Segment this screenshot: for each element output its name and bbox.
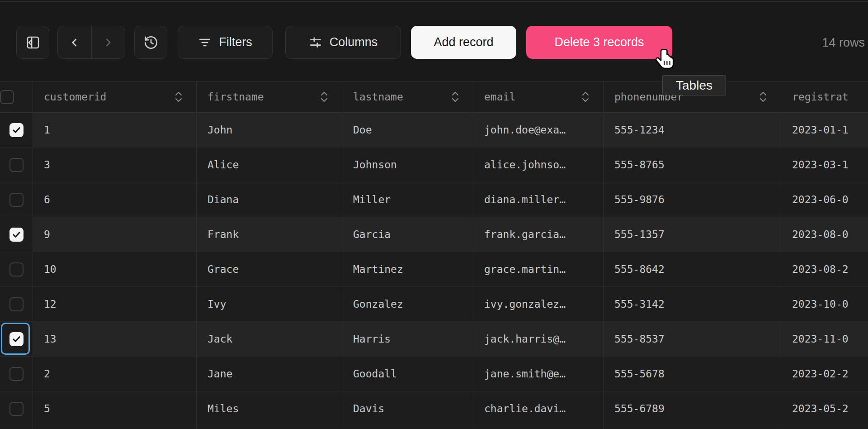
cell-registrationdate[interactable]: 2023-01-1 (781, 113, 868, 148)
cell-registrationdate[interactable]: 2023-11-0 (781, 322, 868, 357)
cell-customerid[interactable]: 6 (33, 182, 197, 217)
sort-icon[interactable] (319, 90, 329, 104)
cell-value: Diana (208, 194, 239, 205)
row-select-cell[interactable] (0, 182, 33, 217)
cell-email[interactable]: alice.johnso… (473, 148, 604, 182)
select-all-header-cell[interactable] (0, 81, 33, 113)
sort-icon[interactable] (758, 90, 768, 104)
cell-phonenumber[interactable]: 555-8537 (604, 322, 781, 357)
cell-value: jack.harris@… (484, 333, 566, 345)
row-select-cell[interactable] (0, 113, 33, 148)
cell-firstname[interactable]: Diana (197, 182, 342, 217)
row-checkbox[interactable] (9, 297, 24, 311)
cell-registrationdate[interactable]: 2023-08-0 (781, 217, 868, 252)
filters-button[interactable]: Filters (178, 26, 273, 59)
row-checkbox[interactable] (9, 158, 24, 172)
cell-registrationdate[interactable]: 2023-10-0 (781, 287, 868, 322)
query-history-button[interactable] (134, 26, 167, 59)
table-row: 5MilesDavischarlie.davi…555-67892023-05-… (0, 391, 868, 426)
cell-email[interactable]: grace.martin… (473, 252, 604, 287)
row-select-cell[interactable] (0, 391, 33, 426)
cell-registrationdate[interactable]: 2023-06-0 (781, 182, 868, 217)
row-select-cell[interactable] (0, 322, 33, 357)
cell-registrationdate[interactable]: 2023-05-2 (781, 391, 868, 426)
cell-customerid[interactable]: 13 (33, 322, 197, 357)
row-checkbox[interactable] (9, 402, 24, 416)
cell-registrationdate[interactable]: 2023-08-2 (781, 252, 868, 287)
row-checkbox-checked[interactable] (9, 332, 24, 346)
cell-phonenumber[interactable]: 555-5678 (604, 357, 781, 391)
cell-lastname[interactable]: Miller (342, 182, 473, 217)
cell-firstname[interactable]: Frank (197, 217, 342, 252)
cell-firstname[interactable]: Grace (197, 252, 342, 287)
cell-value: 555-8765 (614, 159, 665, 171)
cell-phonenumber[interactable]: 555-3142 (604, 287, 781, 322)
cell-email[interactable]: diana.miller… (473, 182, 604, 217)
cell-firstname[interactable]: John (197, 113, 342, 148)
column-header-customerid[interactable]: customerid (33, 81, 197, 113)
cell-lastname[interactable]: Garcia (342, 217, 473, 252)
column-header-firstname[interactable]: firstname (197, 81, 342, 113)
cell-lastname[interactable]: Johnson (342, 148, 473, 182)
delete-records-button[interactable]: Delete 3 records (526, 26, 672, 59)
cell-email[interactable]: jane.smith@e… (473, 357, 604, 391)
cell-phonenumber[interactable]: 555-1234 (604, 113, 781, 148)
row-checkbox[interactable] (9, 193, 24, 207)
row-checkbox-checked[interactable] (9, 228, 24, 242)
row-select-cell[interactable] (0, 287, 33, 322)
cell-firstname[interactable]: Alice (197, 148, 342, 182)
cell-customerid[interactable]: 5 (33, 391, 197, 426)
cell-firstname[interactable]: Miles (197, 391, 342, 426)
cell-firstname[interactable]: Jack (197, 322, 342, 357)
sort-icon[interactable] (450, 90, 460, 104)
row-checkbox[interactable] (9, 262, 24, 276)
add-record-button[interactable]: Add record (411, 26, 516, 59)
cell-email[interactable]: jack.harris@… (473, 322, 604, 357)
column-header-lastname[interactable]: lastname (342, 81, 473, 113)
cell-registrationdate[interactable]: 2023-02-2 (781, 357, 868, 391)
column-header-email[interactable]: email (473, 81, 604, 113)
row-checkbox-checked[interactable] (9, 123, 24, 137)
collapse-sidebar-icon (25, 35, 41, 50)
cell-customerid[interactable]: 12 (33, 287, 197, 322)
sort-icon[interactable] (174, 90, 184, 104)
row-select-cell[interactable] (0, 357, 33, 391)
cell-email[interactable]: john.doe@exa… (473, 113, 604, 148)
collapse-sidebar-button[interactable] (16, 26, 49, 59)
row-select-cell[interactable] (0, 217, 33, 252)
cell-email[interactable]: frank.garcia… (473, 217, 604, 252)
cell-value: 6 (44, 194, 50, 205)
cell-lastname[interactable]: Harris (342, 322, 473, 357)
cell-lastname[interactable]: Goodall (342, 357, 473, 391)
cell-phonenumber[interactable]: 555-8765 (604, 148, 781, 182)
sort-icon[interactable] (580, 90, 590, 104)
cell-lastname[interactable]: Gonzalez (342, 287, 473, 322)
cell-firstname[interactable]: Ivy (197, 287, 342, 322)
cell-customerid[interactable]: 3 (33, 148, 197, 182)
cell-registrationdate[interactable]: 2023-03-1 (781, 148, 868, 182)
back-button[interactable] (58, 26, 91, 58)
column-header-registrationdate[interactable]: registrat (781, 81, 868, 113)
select-all-checkbox[interactable] (0, 90, 14, 104)
cell-lastname[interactable]: Doe (342, 113, 473, 148)
row-checkbox[interactable] (9, 367, 24, 381)
cell-phonenumber[interactable]: 555-1357 (604, 217, 781, 252)
cell-lastname[interactable]: Martinez (342, 252, 473, 287)
cell-email[interactable]: ivy.gonzalez… (473, 287, 604, 322)
cell-customerid[interactable]: 10 (33, 252, 197, 287)
cell-customerid[interactable]: 1 (33, 113, 197, 148)
cell-lastname[interactable]: Davis (342, 391, 473, 426)
cell-email[interactable]: charlie.davi… (473, 391, 604, 426)
table-row: 10GraceMartinezgrace.martin…555-86422023… (0, 252, 868, 287)
cell-customerid[interactable]: 9 (33, 217, 197, 252)
columns-button[interactable]: Columns (285, 26, 401, 59)
table-row: 3AliceJohnsonalice.johnso…555-87652023-0… (0, 148, 868, 182)
cell-phonenumber[interactable]: 555-9876 (604, 182, 781, 217)
row-select-cell[interactable] (0, 252, 33, 287)
forward-button[interactable] (91, 26, 125, 58)
cell-phonenumber[interactable]: 555-8642 (604, 252, 781, 287)
cell-phonenumber[interactable]: 555-6789 (604, 391, 781, 426)
cell-firstname[interactable]: Jane (197, 357, 342, 391)
cell-customerid[interactable]: 2 (33, 357, 197, 391)
row-select-cell[interactable] (0, 148, 33, 182)
